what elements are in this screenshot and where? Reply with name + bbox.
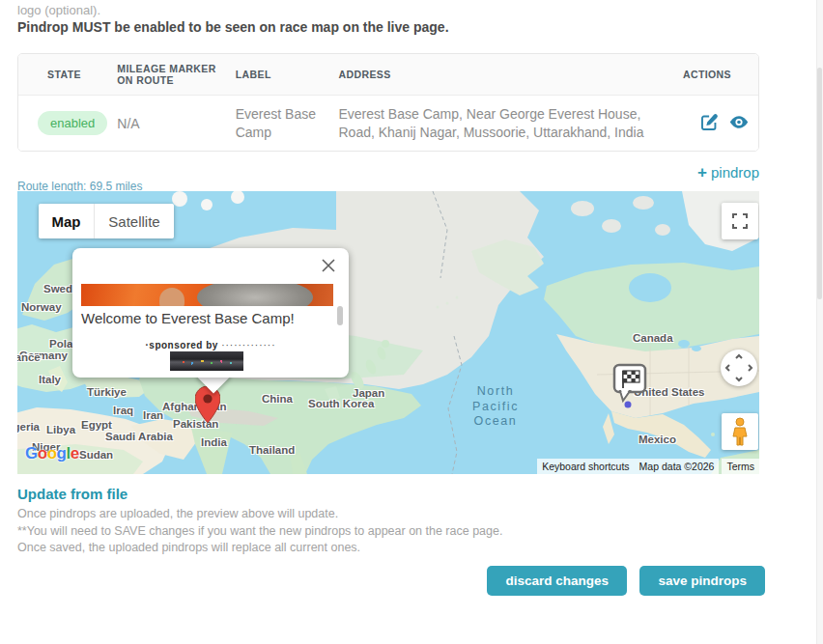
map-tab[interactable]: Map bbox=[39, 204, 95, 238]
pan-arrows-icon bbox=[721, 350, 757, 386]
google-logo[interactable]: Google bbox=[25, 444, 79, 463]
sponsor-image bbox=[170, 351, 243, 371]
map-label-country: Canada bbox=[633, 332, 673, 344]
help-text: Once pindrops are uploaded, the preview … bbox=[17, 507, 338, 520]
fullscreen-icon bbox=[732, 213, 748, 229]
pegman-icon bbox=[730, 417, 750, 446]
map-label-country: Norway bbox=[21, 301, 62, 313]
pindrop-manager-page: logo (optional). Pindrop MUST be enabled… bbox=[0, 0, 823, 644]
map-type-control: Map Satellite bbox=[39, 204, 174, 238]
map-label-country: India bbox=[201, 436, 227, 448]
race-map[interactable]: Sweden Norway Poland Germany Italy Türki… bbox=[17, 191, 759, 474]
sponsored-by-line: ·sponsored by ············· bbox=[72, 340, 349, 350]
infowindow-title: Welcome to Everest Base Camp! bbox=[81, 310, 295, 326]
pan-control[interactable] bbox=[721, 350, 757, 386]
footer-actions: discard changes save pindrops bbox=[17, 566, 765, 596]
terms-link[interactable]: Terms bbox=[722, 459, 759, 474]
pindrop-address: Everest Base Camp, Near George Everest H… bbox=[339, 96, 672, 151]
status-badge: enabled bbox=[38, 111, 107, 135]
map-label-country: Japan bbox=[353, 387, 384, 399]
infowindow: Welcome to Everest Base Camp! ·sponsored… bbox=[72, 248, 349, 378]
header-mileage-marker: MILEAGE MARKER ON ROUTE bbox=[117, 54, 235, 96]
help-text: Once saved, the uploaded pindrops will r… bbox=[17, 541, 360, 554]
header-address: ADDRESS bbox=[339, 54, 672, 96]
save-pindrops-button[interactable]: save pindrops bbox=[639, 566, 765, 596]
pegman-button[interactable] bbox=[722, 413, 758, 450]
map-label-country: Egypt bbox=[81, 419, 112, 431]
red-pin-marker[interactable] bbox=[195, 386, 220, 427]
discard-changes-button[interactable]: discard changes bbox=[487, 566, 627, 596]
pindrops-table: STATE MILEAGE MARKER ON ROUTE LABEL ADDR… bbox=[17, 53, 759, 152]
eye-icon[interactable] bbox=[729, 115, 749, 132]
table-header-row: STATE MILEAGE MARKER ON ROUTE LABEL ADDR… bbox=[18, 54, 758, 96]
page-scrollbar-thumb[interactable] bbox=[817, 68, 822, 299]
add-pindrop-label: pindrop bbox=[711, 164, 759, 181]
map-label-country: Türkiye bbox=[87, 386, 127, 398]
map-label-country: France bbox=[17, 351, 41, 363]
map-label-country: Iraq bbox=[113, 405, 133, 416]
map-label-country: South Korea bbox=[308, 398, 374, 409]
help-text: **You will need to SAVE changes if you w… bbox=[17, 524, 502, 538]
edit-icon[interactable] bbox=[700, 113, 719, 134]
header-state: STATE bbox=[18, 54, 117, 96]
map-label-country: Mexico bbox=[639, 434, 676, 445]
satellite-tab[interactable]: Satellite bbox=[95, 204, 174, 238]
header-label: LABEL bbox=[236, 54, 339, 96]
map-label-country: Thailand bbox=[249, 444, 295, 456]
map-label-country: Sudan bbox=[79, 449, 113, 461]
map-label-country: Saudi Arabia bbox=[105, 431, 173, 442]
map-label-ocean: North Pacific Ocean bbox=[457, 384, 534, 430]
header-actions: ACTIONS bbox=[671, 54, 758, 96]
map-label-country: Iran bbox=[143, 409, 163, 421]
map-attribution: Keyboard shortcuts Map data ©2026 Terms bbox=[537, 459, 759, 474]
finish-flag-marker[interactable] bbox=[612, 363, 651, 413]
map-label-country: China bbox=[262, 393, 293, 405]
infowindow-banner-image bbox=[81, 284, 333, 306]
map-data-text: Map data ©2026 bbox=[635, 459, 720, 474]
plus-icon: + bbox=[697, 163, 707, 182]
page-scrollbar[interactable] bbox=[816, 0, 823, 644]
update-from-file-link[interactable]: Update from file bbox=[17, 486, 128, 502]
logo-note: logo (optional). bbox=[17, 3, 100, 17]
close-icon[interactable] bbox=[320, 258, 337, 275]
fullscreen-button[interactable] bbox=[722, 203, 758, 239]
mileage-marker-value: N/A bbox=[117, 96, 235, 151]
keyboard-shortcuts-link[interactable]: Keyboard shortcuts bbox=[537, 459, 634, 474]
map-label-country: Italy bbox=[39, 374, 61, 385]
infowindow-scrollbar[interactable] bbox=[337, 306, 343, 325]
pindrop-warning: Pindrop MUST be enabled to be seen on ra… bbox=[17, 19, 449, 35]
map-label-country: Libya bbox=[46, 424, 75, 435]
table-row: enabled N/A Everest Base Camp Everest Ba… bbox=[18, 96, 758, 151]
pindrop-label: Everest Base Camp bbox=[236, 96, 339, 151]
map-label-country: Algeria bbox=[17, 421, 40, 433]
